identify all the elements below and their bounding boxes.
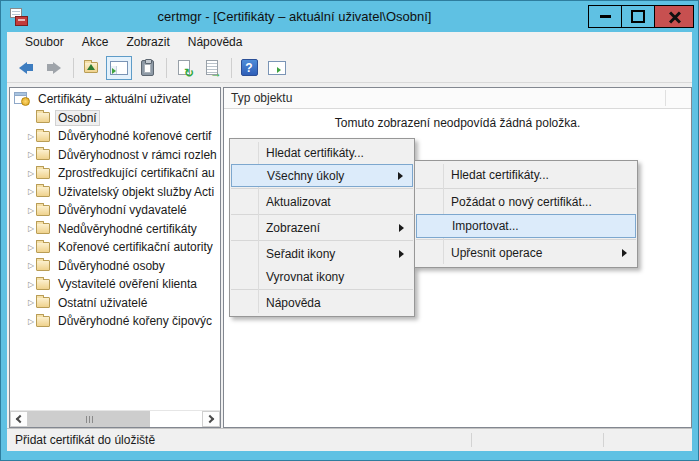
console-tree-panel: Certifikáty – aktuální uživatel Osobní D… <box>9 87 221 428</box>
toolbar-separator <box>166 58 167 78</box>
statusbar-divider <box>471 433 472 447</box>
tree-item-label: Důvěryhodné osoby <box>55 258 168 274</box>
clipboard-button[interactable] <box>134 56 160 80</box>
tree-item[interactable]: Ostatní uživatelé <box>10 294 220 313</box>
help-icon <box>241 59 258 76</box>
menu-item-label: Požádat o nový certifikát... <box>451 195 592 209</box>
folder-icon <box>36 149 50 160</box>
tree-item-label: Kořenové certifikační autority <box>55 239 216 255</box>
tree-item[interactable]: Zprostředkující certifikační au <box>10 164 220 183</box>
menu-item-napoveda[interactable]: Nápověda <box>231 291 413 314</box>
empty-view-message: Tomuto zobrazení neodpovídá žádná položk… <box>224 116 691 130</box>
window-controls <box>588 5 694 28</box>
forward-icon <box>47 62 61 74</box>
tree-item[interactable]: Důvěryhodní vydavatelé <box>10 201 220 220</box>
expander-icon[interactable] <box>26 224 36 233</box>
menu-separator <box>231 289 413 290</box>
tree-root[interactable]: Certifikáty – aktuální uživatel <box>10 90 220 109</box>
tree-item-label: Vystavitelé ověření klienta <box>55 276 200 292</box>
column-header-typ-objektu[interactable]: Typ objektu <box>224 88 691 109</box>
tree-item[interactable]: Důvěryhodné kořeny čipovýc <box>10 312 220 331</box>
menu-item-hledat-certifikaty[interactable]: Hledat certifikáty... <box>231 141 413 164</box>
close-button[interactable] <box>654 5 694 28</box>
horizontal-scrollbar[interactable] <box>10 410 220 427</box>
console-tree-toggle-button[interactable] <box>106 56 132 80</box>
tree-item-osobni[interactable]: Osobní <box>10 109 220 128</box>
submenu-item-importovat[interactable]: Importovat... <box>416 214 636 238</box>
expander-icon[interactable] <box>26 243 36 252</box>
submenu-arrow-icon <box>622 249 627 257</box>
submenu-item-hledat-certifikaty[interactable]: Hledat certifikáty... <box>416 163 636 187</box>
folder-icon <box>36 279 50 290</box>
scroll-right-button[interactable] <box>202 411 220 427</box>
tree-item[interactable]: Kořenové certifikační autority <box>10 238 220 257</box>
back-icon <box>19 62 33 74</box>
column-header-label: Typ objektu <box>231 91 292 105</box>
taskpad-view-icon <box>268 61 286 75</box>
tree-item[interactable]: Důvěryhodné kořenové certif <box>10 127 220 146</box>
menu-item-label: Hledat certifikáty... <box>451 168 549 182</box>
certificates-root-icon <box>14 92 30 106</box>
menu-item-vyrovnat-ikony[interactable]: Vyrovnat ikony <box>231 265 413 288</box>
menu-separator <box>416 188 636 189</box>
menu-napoveda[interactable]: Nápověda <box>179 32 252 53</box>
tree-item[interactable]: Uživatelský objekt služby Acti <box>10 183 220 202</box>
expander-icon[interactable] <box>26 317 36 326</box>
up-one-level-button[interactable] <box>78 56 104 80</box>
titlebar[interactable]: certmgr - [Certifikáty – aktuální uživat… <box>1 1 698 32</box>
expander-icon[interactable] <box>26 169 36 178</box>
expander-icon[interactable] <box>26 298 36 307</box>
scroll-left-button[interactable] <box>10 411 28 427</box>
submenu-arrow-icon <box>399 224 404 232</box>
menu-item-seradit-ikony[interactable]: Seřadit ikony <box>231 242 413 265</box>
maximize-button[interactable] <box>621 5 655 28</box>
expander-icon[interactable] <box>26 187 36 196</box>
submenu-item-pozadat-o-novy-certifikat[interactable]: Požádat o nový certifikát... <box>416 190 636 214</box>
expander-icon[interactable] <box>26 132 36 141</box>
scrollbar-track[interactable] <box>28 411 202 427</box>
taskpad-view-button[interactable] <box>264 56 290 80</box>
refresh-button[interactable] <box>171 56 197 80</box>
forward-button[interactable] <box>41 56 67 80</box>
menu-item-label: Upřesnit operace <box>451 246 542 260</box>
window-title: certmgr - [Certifikáty – aktuální uživat… <box>1 1 588 32</box>
tree-item[interactable]: Nedůvěryhodné certifikáty <box>10 220 220 239</box>
minimize-button[interactable] <box>588 5 622 28</box>
submenu-item-upresnit-operace[interactable]: Upřesnit operace <box>416 241 636 265</box>
folder-icon <box>36 297 50 308</box>
expander-icon[interactable] <box>26 150 36 159</box>
console-tree-icon <box>110 61 128 75</box>
menu-item-vsechny-ukoly[interactable]: Všechny úkoly <box>231 164 413 187</box>
menu-item-label: Aktualizovat <box>266 195 331 209</box>
tree-item-label: Ostatní uživatelé <box>55 295 150 311</box>
menu-item-aktualizovat[interactable]: Aktualizovat <box>231 190 413 213</box>
tree-item[interactable]: Důvěryhodné osoby <box>10 257 220 276</box>
tree-root-label: Certifikáty – aktuální uživatel <box>35 91 194 107</box>
scrollbar-thumb[interactable] <box>28 411 150 427</box>
tree-item-label: Osobní <box>55 110 100 126</box>
tree-item[interactable]: Důvěryhodnost v rámci rozleh <box>10 146 220 165</box>
clipboard-icon <box>141 60 154 76</box>
expander-icon[interactable] <box>26 206 36 215</box>
folder-icon <box>36 316 50 327</box>
tree-item-label: Důvěryhodní vydavatelé <box>55 202 190 218</box>
menu-akce[interactable]: Akce <box>73 32 118 53</box>
menu-item-label: Nápověda <box>266 296 321 310</box>
menu-separator <box>231 188 413 189</box>
export-list-button[interactable] <box>199 56 225 80</box>
column-divider[interactable] <box>665 90 666 106</box>
expander-icon[interactable] <box>26 261 36 270</box>
help-button[interactable] <box>236 56 262 80</box>
submenu-arrow-icon <box>399 250 404 258</box>
export-list-icon <box>206 60 218 75</box>
menubar: Soubor Akce Zobrazit Nápověda <box>7 32 692 53</box>
menu-item-zobrazeni[interactable]: Zobrazení <box>231 216 413 239</box>
expander-icon[interactable] <box>26 280 36 289</box>
tree-item-label: Důvěryhodné kořeny čipovýc <box>55 313 215 329</box>
back-button[interactable] <box>13 56 39 80</box>
menu-soubor[interactable]: Soubor <box>16 32 73 53</box>
toolbar-separator <box>231 58 232 78</box>
menu-zobrazit[interactable]: Zobrazit <box>117 32 178 53</box>
toolbar <box>7 53 692 83</box>
tree-item[interactable]: Vystavitelé ověření klienta <box>10 275 220 294</box>
